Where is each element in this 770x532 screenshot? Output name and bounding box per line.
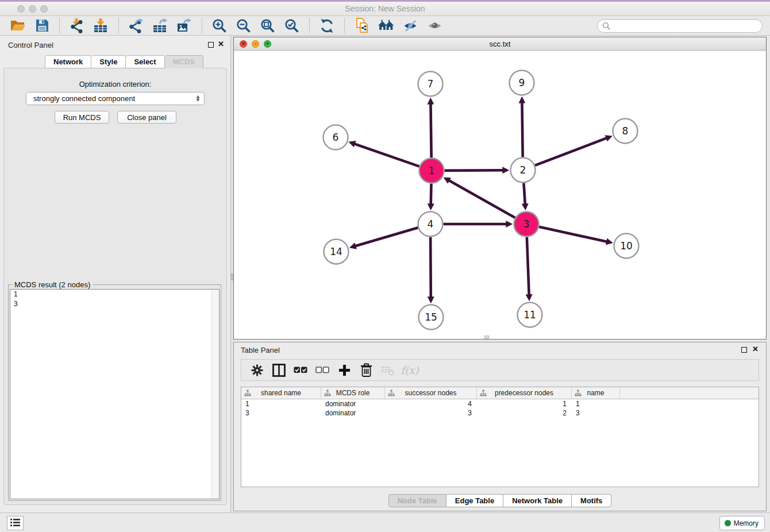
cell-successor-nodes[interactable]: 3 — [385, 408, 477, 418]
cell-mcds-role[interactable]: dominator — [321, 408, 385, 418]
node-2[interactable]: 2 — [511, 158, 536, 183]
trash-icon — [360, 363, 372, 377]
tab-network[interactable]: Network — [45, 55, 91, 68]
delete-columns-button[interactable] — [356, 361, 376, 379]
export-image-button[interactable] — [175, 17, 194, 34]
zoom-fit-button[interactable] — [258, 17, 278, 34]
workspace-area: ✕ − + scc.txt 1234678910111415 Table Pan… — [233, 36, 770, 512]
export-network-button[interactable] — [126, 17, 146, 34]
apply-layout-button[interactable] — [317, 17, 337, 34]
mcds-result-list[interactable]: 13 — [10, 289, 220, 499]
memory-button[interactable]: Memory — [719, 516, 765, 530]
edge-4-15[interactable] — [430, 237, 431, 300]
table-row[interactable]: 1dominator411 — [241, 399, 759, 408]
node-8[interactable]: 8 — [613, 119, 638, 144]
table-delete-icon — [381, 364, 395, 376]
first-neighbors-button[interactable] — [376, 17, 396, 34]
node-7[interactable]: 7 — [418, 72, 443, 97]
run-mcds-button[interactable]: Run MCDS — [55, 111, 109, 124]
criterion-dropdown[interactable]: strongly connected component ▲▼ — [26, 92, 205, 105]
column-header-label: name — [587, 389, 604, 397]
edge-1-7[interactable] — [430, 100, 431, 157]
cell-mcds-role[interactable]: dominator — [321, 399, 385, 408]
edge-3-10[interactable] — [539, 227, 610, 242]
cell-shared-name[interactable]: 3 — [241, 408, 321, 418]
close-panel-icon[interactable]: ✕ — [218, 40, 224, 48]
cell-successor-nodes[interactable]: 4 — [385, 399, 477, 408]
network-window-titlebar[interactable]: ✕ − + scc.txt — [234, 37, 766, 51]
create-column-button[interactable] — [334, 361, 355, 379]
zoom-selected-button[interactable] — [282, 17, 302, 34]
save-session-button[interactable] — [32, 17, 52, 34]
main-area: Control Panel ✕ NetworkStyleSelectMCDS O… — [0, 36, 770, 512]
show-columns-button[interactable] — [268, 361, 289, 379]
cell-shared-name[interactable]: 1 — [241, 399, 321, 408]
memory-status-icon — [725, 520, 731, 526]
close-panel-button[interactable]: Close panel — [117, 111, 176, 124]
node-1[interactable]: 1 — [419, 159, 444, 183]
new-network-from-selection-button[interactable] — [352, 17, 372, 34]
cell-name[interactable]: 1 — [572, 399, 620, 408]
close-table-panel-icon[interactable]: ✕ — [752, 345, 759, 353]
hide-selected-button[interactable] — [401, 17, 420, 34]
edge-3-1[interactable] — [446, 179, 515, 218]
tab-style[interactable]: Style — [91, 55, 126, 68]
column-settings-button[interactable] — [247, 361, 267, 379]
tab-node-table[interactable]: Node Table — [388, 494, 446, 507]
node-table[interactable]: shared nameMCDS rolesuccessor nodesprede… — [241, 387, 759, 487]
search-icon — [602, 22, 611, 30]
maximize-window-button[interactable] — [40, 5, 48, 13]
tab-mcds[interactable]: MCDS — [165, 55, 203, 68]
deselect-all-rows-button[interactable] — [312, 361, 333, 379]
cell-predecessor-nodes[interactable]: 2 — [477, 408, 572, 418]
tab-select[interactable]: Select — [126, 55, 164, 68]
close-window-button[interactable] — [17, 5, 25, 13]
edge-1-2[interactable] — [444, 170, 506, 171]
node-6[interactable]: 6 — [324, 125, 348, 150]
column-header-predecessor-nodes[interactable]: predecessor nodes — [477, 387, 572, 399]
column-header-name[interactable]: name — [572, 387, 620, 399]
cell-name[interactable]: 3 — [572, 408, 620, 418]
float-table-panel-icon[interactable] — [741, 347, 747, 353]
edge-1-6[interactable] — [351, 142, 419, 166]
import-table-button[interactable] — [91, 17, 111, 34]
tab-network-table[interactable]: Network Table — [503, 494, 572, 507]
float-panel-icon[interactable] — [208, 42, 214, 48]
show-all-button[interactable] — [425, 17, 444, 34]
task-history-button[interactable] — [7, 516, 24, 530]
import-network-button[interactable] — [67, 17, 87, 34]
node-3[interactable]: 3 — [514, 212, 539, 237]
zoom-out-icon — [236, 18, 251, 33]
node-4[interactable]: 4 — [418, 212, 443, 237]
table-row[interactable]: 3dominator323 — [241, 408, 759, 418]
search-input[interactable] — [611, 20, 762, 32]
tab-motifs[interactable]: Motifs — [572, 494, 611, 507]
zoom-out-button[interactable] — [234, 17, 253, 34]
node-9[interactable]: 9 — [510, 71, 534, 95]
svg-text:1: 1 — [429, 165, 435, 176]
edge-3-11[interactable] — [527, 237, 529, 298]
edge-2-9[interactable] — [522, 99, 522, 157]
cell-predecessor-nodes[interactable]: 1 — [477, 399, 572, 408]
node-11[interactable]: 11 — [518, 303, 542, 327]
edge-4-14[interactable] — [352, 228, 418, 247]
node-15[interactable]: 15 — [419, 305, 444, 330]
select-all-rows-button[interactable] — [290, 361, 311, 379]
canvas-grab-handle[interactable] — [484, 336, 489, 339]
export-table-button[interactable] — [151, 17, 170, 34]
open-session-button[interactable] — [8, 17, 28, 34]
column-header-successor-nodes[interactable]: successor nodes — [385, 387, 477, 399]
edge-2-8[interactable] — [535, 137, 610, 165]
node-10[interactable]: 10 — [614, 234, 639, 259]
node-14[interactable]: 14 — [324, 240, 349, 264]
zoom-in-button[interactable] — [210, 17, 229, 34]
tab-edge-table[interactable]: Edge Table — [446, 494, 503, 507]
result-scrollbar[interactable] — [211, 290, 219, 499]
column-header-shared-name[interactable]: shared name — [241, 387, 321, 399]
network-canvas[interactable]: 1234678910111415 — [234, 51, 766, 339]
search-box[interactable] — [597, 19, 763, 33]
minimize-window-button[interactable] — [29, 5, 36, 13]
column-header-mcds-role[interactable]: MCDS role — [321, 387, 385, 399]
edge-1-4[interactable] — [431, 183, 432, 207]
edge-2-3[interactable] — [523, 183, 525, 207]
